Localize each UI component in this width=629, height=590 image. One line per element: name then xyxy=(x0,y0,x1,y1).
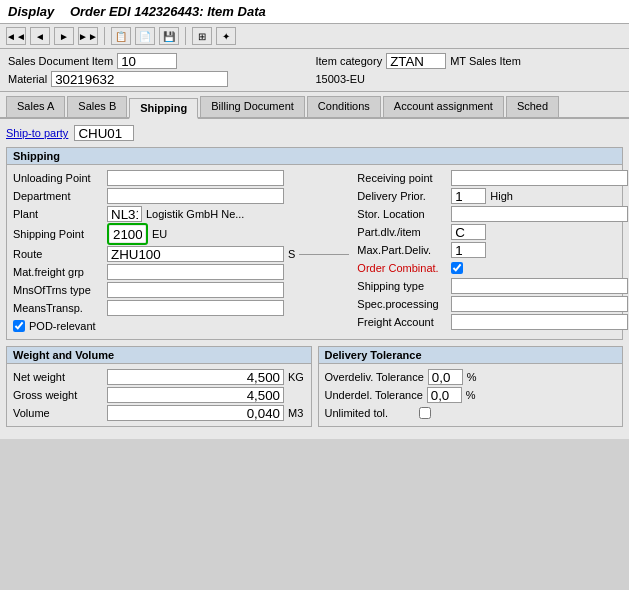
plant-desc: Logistik GmbH Ne... xyxy=(146,208,244,220)
material-input[interactable] xyxy=(51,71,228,87)
overdeliv-unit: % xyxy=(467,371,477,383)
freight-account-input[interactable] xyxy=(451,314,628,330)
overdeliv-row: Overdeliv. Tolerance % xyxy=(325,368,617,386)
unloading-point-row: Unloading Point xyxy=(13,169,349,187)
shipping-point-label: Shipping Point xyxy=(13,228,103,240)
volume-input[interactable] xyxy=(107,405,284,421)
nav-next-btn[interactable]: ► xyxy=(54,27,74,45)
sep2 xyxy=(185,27,186,45)
route-row: Route S xyxy=(13,245,349,263)
overdeliv-label: Overdeliv. Tolerance xyxy=(325,371,424,383)
main-content: Ship-to party Shipping Unloading Point D… xyxy=(0,119,629,439)
stor-location-row: Stor. Location xyxy=(357,205,628,223)
shipping-type-input[interactable] xyxy=(451,278,628,294)
display-label: Display xyxy=(8,4,54,19)
pod-relevant-label: POD-relevant xyxy=(29,320,119,332)
unlimited-tol-checkbox[interactable] xyxy=(419,407,431,419)
part-dlv-label: Part.dlv./item xyxy=(357,226,447,238)
overdeliv-input[interactable] xyxy=(428,369,463,385)
pod-relevant-checkbox[interactable] xyxy=(13,320,25,332)
plant-label: Plant xyxy=(13,208,103,220)
config-btn[interactable]: ✦ xyxy=(216,27,236,45)
part-dlv-input[interactable] xyxy=(451,224,486,240)
tab-shipping[interactable]: Shipping xyxy=(129,98,198,119)
sales-doc-item-label: Sales Document Item xyxy=(8,55,113,67)
delivery-tolerance-content: Overdeliv. Tolerance % Underdel. Toleran… xyxy=(319,364,623,426)
grid-btn[interactable]: ⊞ xyxy=(192,27,212,45)
mat-freight-grp-input[interactable] xyxy=(107,264,284,280)
net-weight-label: Net weight xyxy=(13,371,103,383)
net-weight-unit: KG xyxy=(288,371,304,383)
mat-freight-grp-row: Mat.freight grp xyxy=(13,263,349,281)
spec-processing-row: Spec.processing xyxy=(357,295,628,313)
mns-of-trns-input[interactable] xyxy=(107,282,284,298)
tab-sales-b[interactable]: Sales B xyxy=(67,96,127,117)
item-category-code[interactable] xyxy=(386,53,446,69)
nav-last-btn[interactable]: ►► xyxy=(78,27,98,45)
page-title: Order EDI 142326443: Item Data xyxy=(70,4,266,19)
unloading-point-label: Unloading Point xyxy=(13,172,103,184)
underdeliv-input[interactable] xyxy=(427,387,462,403)
shipping-point-row: Shipping Point EU xyxy=(13,223,349,245)
copy-btn[interactable]: 📋 xyxy=(111,27,131,45)
delivery-prior-input[interactable] xyxy=(451,188,486,204)
stor-location-input[interactable] xyxy=(451,206,628,222)
tab-account-assignment[interactable]: Account assignment xyxy=(383,96,504,117)
max-part-deliv-input[interactable] xyxy=(451,242,486,258)
route-label: Route xyxy=(13,248,103,260)
tabs-bar: Sales A Sales B Shipping Billing Documen… xyxy=(0,92,629,119)
route-input[interactable] xyxy=(107,246,284,262)
department-input[interactable] xyxy=(107,188,284,204)
weight-volume-title: Weight and Volume xyxy=(7,347,311,364)
item-category-desc: MT Sales Item xyxy=(450,55,521,67)
tab-sched[interactable]: Sched xyxy=(506,96,559,117)
shipping-point-input[interactable] xyxy=(110,226,145,242)
volume-unit: M3 xyxy=(288,407,303,419)
receiving-point-row: Receiving point xyxy=(357,169,628,187)
shipping-point-box xyxy=(107,223,148,245)
underdeliv-label: Underdel. Tolerance xyxy=(325,389,423,401)
underdeliv-row: Underdel. Tolerance % xyxy=(325,386,617,404)
delivery-tolerance-title: Delivery Tolerance xyxy=(319,347,623,364)
sales-doc-item-input[interactable] xyxy=(117,53,177,69)
route-flag: S xyxy=(288,248,295,260)
receiving-point-label: Receiving point xyxy=(357,172,447,184)
order-combinat-checkbox[interactable] xyxy=(451,262,463,274)
shipping-section-title: Shipping xyxy=(7,148,622,165)
bottom-grid: Weight and Volume Net weight KG Gross we… xyxy=(6,346,623,433)
shipping-section: Shipping Unloading Point Department Plan… xyxy=(6,147,623,340)
gross-weight-input[interactable] xyxy=(107,387,284,403)
tab-billing-document[interactable]: Billing Document xyxy=(200,96,305,117)
tab-conditions[interactable]: Conditions xyxy=(307,96,381,117)
plant-input[interactable] xyxy=(107,206,142,222)
nav-first-btn[interactable]: ◄◄ xyxy=(6,27,26,45)
weight-volume-content: Net weight KG Gross weight Volume M3 xyxy=(7,364,311,426)
means-transp-label: MeansTransp. xyxy=(13,302,103,314)
means-transp-input[interactable] xyxy=(107,300,284,316)
title-bar: Display Order EDI 142326443: Item Data xyxy=(0,0,629,24)
sales-doc-item-row: Sales Document Item xyxy=(8,53,314,69)
toolbar: ◄◄ ◄ ► ►► 📋 📄 💾 ⊞ ✦ xyxy=(0,24,629,49)
save-btn[interactable]: 💾 xyxy=(159,27,179,45)
gross-weight-row: Gross weight xyxy=(13,386,305,404)
paste-btn[interactable]: 📄 xyxy=(135,27,155,45)
delivery-tolerance-section: Delivery Tolerance Overdeliv. Tolerance … xyxy=(318,346,624,427)
spec-processing-input[interactable] xyxy=(451,296,628,312)
ship-to-input[interactable] xyxy=(74,125,134,141)
mat-code-value: 15003-EU xyxy=(316,73,366,85)
unloading-point-input[interactable] xyxy=(107,170,284,186)
means-transp-row: MeansTransp. xyxy=(13,299,349,317)
mat-code-row: 15003-EU xyxy=(316,71,622,87)
delivery-prior-row: Delivery Prior. High xyxy=(357,187,628,205)
ship-to-label[interactable]: Ship-to party xyxy=(6,127,68,139)
tab-sales-a[interactable]: Sales A xyxy=(6,96,65,117)
nav-prev-btn[interactable]: ◄ xyxy=(30,27,50,45)
receiving-point-input[interactable] xyxy=(451,170,628,186)
department-label: Department xyxy=(13,190,103,202)
volume-label: Volume xyxy=(13,407,103,419)
delivery-prior-desc: High xyxy=(490,190,513,202)
net-weight-input[interactable] xyxy=(107,369,284,385)
right-col: Receiving point Delivery Prior. High Sto… xyxy=(357,169,628,335)
plant-row: Plant Logistik GmbH Ne... xyxy=(13,205,349,223)
freight-account-row: Freight Account xyxy=(357,313,628,331)
